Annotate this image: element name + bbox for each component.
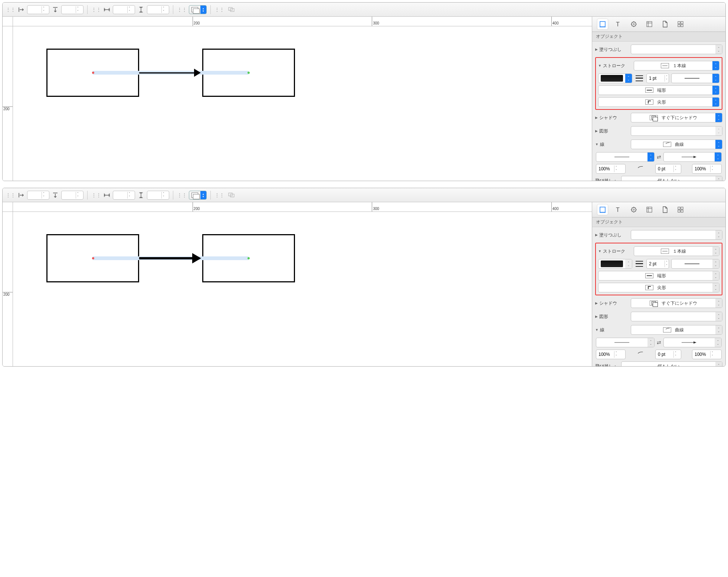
- connection-arrow[interactable]: [139, 257, 193, 259]
- stroke-width-input[interactable]: [647, 76, 665, 81]
- stroke-dash-popup[interactable]: ⌃⌄: [671, 259, 719, 269]
- stroke-width-field[interactable]: ˄˅: [646, 73, 669, 83]
- width-field[interactable]: ˄˅: [113, 5, 135, 14]
- x-position-field[interactable]: ˄˅: [27, 191, 49, 200]
- tab-document[interactable]: [660, 19, 670, 29]
- tab-properties[interactable]: [629, 19, 639, 29]
- disclosure-icon[interactable]: ▶: [595, 301, 598, 305]
- fill-popup[interactable]: ⌃⌄: [631, 45, 722, 54]
- tab-grid[interactable]: [675, 204, 686, 215]
- shadow-section[interactable]: ▶シャドウ すぐ下にシャドウ⌃⌄: [595, 112, 722, 123]
- width-field[interactable]: ˄˅: [113, 191, 135, 200]
- disclosure-icon[interactable]: ▼: [598, 249, 601, 253]
- disclosure-icon[interactable]: ▶: [595, 129, 598, 133]
- shape-section[interactable]: ▶図形 ⌃⌄: [595, 125, 722, 137]
- group-button[interactable]: [226, 191, 237, 200]
- tab-properties[interactable]: [629, 204, 639, 215]
- disclosure-icon[interactable]: ▼: [598, 64, 601, 68]
- hop-popup[interactable]: 何もしない⌃⌄: [621, 361, 722, 366]
- stroke-color-popup[interactable]: ⌃⌄: [598, 73, 632, 83]
- stroke-position-icon[interactable]: [634, 260, 644, 268]
- stroke-width-field[interactable]: ˄˅: [646, 259, 669, 269]
- canvas[interactable]: [13, 212, 592, 366]
- head-scale-field[interactable]: ˄˅: [692, 164, 722, 174]
- y-position-field[interactable]: ˄˅: [61, 191, 83, 200]
- tab-object[interactable]: [597, 204, 608, 215]
- fill-popup[interactable]: ⌃⌄: [631, 230, 722, 240]
- shape-section[interactable]: ▶図形 ⌃⌄: [595, 311, 722, 322]
- hop-popup[interactable]: 何もしない⌃⌄: [621, 176, 722, 181]
- curve-offset-field[interactable]: ˄˅: [655, 350, 681, 359]
- y-position-input[interactable]: [62, 7, 76, 12]
- arrow-head-popup[interactable]: ⌃⌄: [663, 152, 722, 162]
- shape-popup[interactable]: ⌃⌄: [631, 126, 722, 136]
- line-type-popup[interactable]: 曲線⌃⌄: [631, 325, 722, 335]
- align-top-icon[interactable]: [52, 6, 59, 13]
- align-top-icon[interactable]: [52, 191, 59, 199]
- curve-offset-field[interactable]: ˄˅: [655, 164, 681, 174]
- x-position-input[interactable]: [27, 7, 42, 12]
- connection-start-handle[interactable]: [92, 257, 94, 259]
- tab-canvas[interactable]: [644, 204, 655, 215]
- tab-document[interactable]: [660, 204, 670, 215]
- tab-object[interactable]: [597, 19, 608, 29]
- layer-popup[interactable]: ▴▾: [189, 5, 207, 14]
- tail-scale-field[interactable]: ˄˅: [596, 350, 626, 359]
- disclosure-icon[interactable]: ▶: [595, 315, 598, 318]
- disclosure-icon[interactable]: ▼: [595, 142, 599, 146]
- tail-scale-field[interactable]: ˄˅: [596, 164, 626, 174]
- swap-arrows-icon[interactable]: ⇄: [657, 340, 661, 345]
- line-section[interactable]: ▼線 曲線⌃⌄: [595, 139, 722, 150]
- stroke-color-popup[interactable]: ⌃⌄: [598, 259, 632, 269]
- line-cap-popup[interactable]: 端形⌃⌄: [598, 271, 719, 281]
- disclosure-icon[interactable]: ▶: [595, 116, 598, 119]
- height-field[interactable]: ˄˅: [147, 5, 169, 14]
- width-icon[interactable]: [103, 191, 111, 199]
- disclosure-icon[interactable]: ▶: [595, 47, 598, 51]
- x-position-field[interactable]: ˄˅: [27, 5, 49, 14]
- width-icon[interactable]: [103, 6, 111, 13]
- height-field[interactable]: ˄˅: [147, 191, 169, 200]
- layer-popup[interactable]: ▴▾: [189, 191, 207, 200]
- canvas[interactable]: [13, 26, 592, 181]
- stroke-type-popup[interactable]: １本線⌃⌄: [634, 61, 719, 71]
- shadow-popup[interactable]: すぐ下にシャドウ⌃⌄: [631, 298, 722, 308]
- align-left-icon[interactable]: [17, 191, 25, 199]
- stepper-down[interactable]: ˅: [42, 10, 46, 13]
- shadow-section[interactable]: ▶シャドウ すぐ下にシャドウ⌃⌄: [595, 298, 722, 309]
- connection-arrow[interactable]: [139, 72, 195, 73]
- head-scale-field[interactable]: ˄˅: [692, 350, 722, 359]
- connection-end-handle[interactable]: [247, 257, 250, 259]
- arrow-head-popup[interactable]: ⌃⌄: [663, 338, 722, 347]
- shape-popup[interactable]: ⌃⌄: [631, 312, 722, 321]
- arrow-tail-popup[interactable]: ⌃⌄: [596, 338, 655, 347]
- line-corner-popup[interactable]: 尖形⌃⌄: [598, 283, 719, 292]
- stroke-width-input[interactable]: [647, 261, 665, 266]
- shadow-popup[interactable]: すぐ下にシャドウ⌃⌄: [631, 113, 722, 122]
- group-button[interactable]: [226, 5, 237, 14]
- connection-end-handle[interactable]: [247, 72, 250, 74]
- arrow-tail-popup[interactable]: ⌃⌄: [596, 152, 655, 162]
- height-icon[interactable]: [137, 6, 145, 13]
- swap-arrows-icon[interactable]: ⇄: [657, 154, 661, 160]
- align-left-icon[interactable]: [17, 6, 25, 13]
- line-cap-popup[interactable]: 端形⌃⌄: [598, 85, 719, 95]
- y-position-field[interactable]: ˄˅: [61, 5, 83, 14]
- fill-section[interactable]: ▶塗りつぶし ⌃⌄: [595, 44, 722, 55]
- tab-text[interactable]: T: [613, 19, 623, 29]
- tab-canvas[interactable]: [644, 19, 655, 29]
- connection-start-handle[interactable]: [92, 72, 94, 74]
- line-corner-popup[interactable]: 尖形⌃⌄: [598, 97, 719, 107]
- tab-text[interactable]: T: [613, 204, 623, 215]
- fill-section[interactable]: ▶塗りつぶし ⌃⌄: [595, 229, 722, 240]
- stepper-up[interactable]: ˄: [42, 6, 46, 10]
- stroke-type-popup[interactable]: １本線⌃⌄: [634, 246, 719, 256]
- disclosure-icon[interactable]: ▼: [595, 328, 599, 332]
- line-type-popup[interactable]: 曲線⌃⌄: [631, 140, 722, 149]
- disclosure-icon[interactable]: ▶: [595, 233, 598, 237]
- stroke-dash-popup[interactable]: ⌃⌄: [671, 73, 719, 83]
- height-icon[interactable]: [137, 191, 145, 199]
- stroke-position-icon[interactable]: [634, 74, 644, 82]
- tab-grid[interactable]: [675, 19, 686, 29]
- line-section[interactable]: ▼線 曲線⌃⌄: [595, 324, 722, 335]
